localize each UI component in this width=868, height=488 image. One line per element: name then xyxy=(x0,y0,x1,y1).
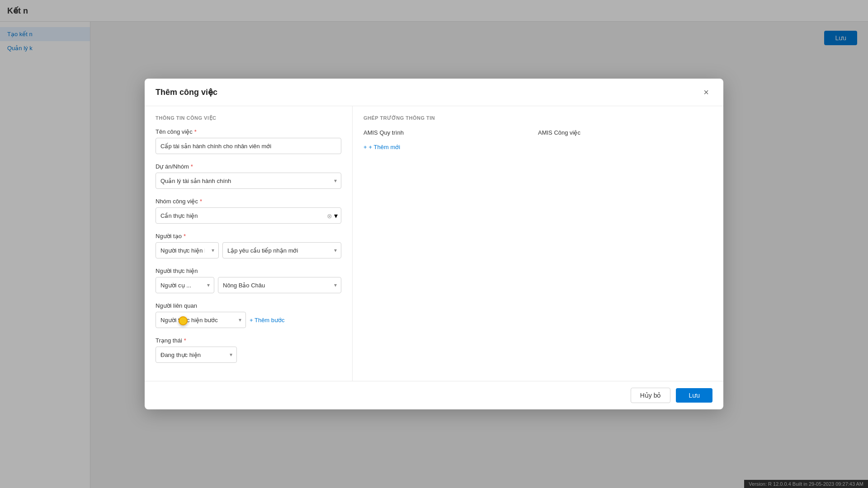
amis-cong-viec-title: AMIS Công việc xyxy=(538,129,580,136)
right-panel: GHÉP TRƯỜNG THÔNG TIN AMIS Quy trình AMI… xyxy=(353,106,723,381)
nhom-cong-viec-group: Nhóm công việc * Cần thực hiện ⊗ ▾ xyxy=(156,198,341,224)
them-moi-label: + Thêm mới xyxy=(369,144,401,150)
left-section-title: THÔNG TIN CÔNG VIỆC xyxy=(156,115,341,121)
ten-cong-viec-required: * xyxy=(194,128,197,135)
save-button[interactable]: Lưu xyxy=(676,388,712,403)
nhom-cong-viec-select-wrapper: Cần thực hiện ⊗ ▾ xyxy=(156,207,341,224)
ten-cong-viec-label: Tên công việc * xyxy=(156,128,341,135)
trang-thai-label: Trạng thái * xyxy=(156,337,341,344)
nguoi-tao-label: Người tạo * xyxy=(156,233,341,239)
left-panel: THÔNG TIN CÔNG VIỆC Tên công việc * Dự á… xyxy=(145,106,353,381)
nguoi-thuc-hien-col1-wrapper: Người cụ ... ▾ xyxy=(156,277,214,293)
cancel-button[interactable]: Hủy bỏ xyxy=(631,388,671,403)
nguoi-thuc-hien-col2-wrapper: Nông Bảo Châu ▾ xyxy=(218,277,341,293)
nhom-cong-viec-clear-icon[interactable]: ⊗ xyxy=(327,212,332,219)
them-buoc-link[interactable]: + Thêm bước xyxy=(250,317,285,324)
nguoi-lien-quan-row: Người thực hiện bước ▾ + Thêm bước xyxy=(156,312,341,328)
du-an-nhom-required: * xyxy=(191,163,193,170)
nguoi-tao-col1-wrapper: Người thực hiện bước ▾ xyxy=(156,242,219,258)
amis-quy-trinh-title: AMIS Quy trình xyxy=(363,129,404,136)
nhom-cong-viec-required: * xyxy=(200,198,202,205)
nhom-cong-viec-select[interactable]: Cần thực hiện xyxy=(156,207,341,224)
trang-thai-group: Trạng thái * Đang thực hiện ▾ xyxy=(156,337,341,363)
nguoi-lien-quan-label: Người liên quan xyxy=(156,302,341,309)
nguoi-thuc-hien-col2-select[interactable]: Nông Bảo Châu xyxy=(218,277,341,293)
nguoi-thuc-hien-col1-select[interactable]: Người cụ ... xyxy=(156,277,214,293)
modal-close-button[interactable]: × xyxy=(700,86,712,99)
modal-body: THÔNG TIN CÔNG VIỆC Tên công việc * Dự á… xyxy=(145,106,723,381)
nguoi-tao-col2-wrapper: Lập yêu cầu tiếp nhận mới ▾ xyxy=(222,242,341,258)
nguoi-lien-quan-group: Người liên quan Người thực hiện bước ▾ +… xyxy=(156,302,341,328)
du-an-nhom-select[interactable]: Quản lý tài sản hành chính xyxy=(156,173,341,189)
modal-footer: Hủy bỏ Lưu xyxy=(145,381,723,409)
them-moi-link[interactable]: + + Thêm mới xyxy=(363,144,712,150)
trang-thai-select-wrapper: Đang thực hiện ▾ xyxy=(156,347,237,363)
nguoi-lien-quan-select-wrapper: Người thực hiện bước ▾ xyxy=(156,312,246,328)
modal-title: Thêm công việc xyxy=(156,87,217,97)
nguoi-thuc-hien-group: Người thực hiện Người cụ ... ▾ Nông Bảo … xyxy=(156,267,341,293)
du-an-nhom-label: Dự án/Nhóm * xyxy=(156,163,341,170)
modal-dialog: Thêm công việc × THÔNG TIN CÔNG VIỆC Tên… xyxy=(145,79,723,409)
nguoi-tao-col2-select[interactable]: Lập yêu cầu tiếp nhận mới xyxy=(222,242,341,258)
nguoi-lien-quan-select[interactable]: Người thực hiện bước xyxy=(156,312,246,328)
nguoi-thuc-hien-label: Người thực hiện xyxy=(156,267,341,274)
nhom-cong-viec-label: Nhóm công việc * xyxy=(156,198,341,205)
nguoi-tao-required: * xyxy=(184,233,186,239)
nguoi-tao-group: Người tạo * Người thực hiện bước ▾ Lập y… xyxy=(156,233,341,258)
trang-thai-select[interactable]: Đang thực hiện xyxy=(156,347,237,363)
right-section-title: GHÉP TRƯỜNG THÔNG TIN xyxy=(363,115,712,121)
ghep-col-left: AMIS Quy trình xyxy=(363,128,538,136)
du-an-nhom-select-wrapper: Quản lý tài sản hành chính ▾ xyxy=(156,173,341,189)
trang-thai-required: * xyxy=(184,337,186,344)
modal-header: Thêm công việc × xyxy=(145,79,723,106)
them-moi-plus-icon: + xyxy=(363,144,367,150)
ten-cong-viec-input[interactable] xyxy=(156,138,341,154)
ten-cong-viec-group: Tên công việc * xyxy=(156,128,341,154)
nguoi-tao-col1-select[interactable]: Người thực hiện bước xyxy=(156,242,219,258)
ghep-col-right: AMIS Công việc xyxy=(538,128,712,136)
ghep-truong-header: AMIS Quy trình AMIS Công việc xyxy=(363,128,712,136)
nguoi-tao-row: Người thực hiện bước ▾ Lập yêu cầu tiếp … xyxy=(156,242,341,258)
nguoi-thuc-hien-row: Người cụ ... ▾ Nông Bảo Châu ▾ xyxy=(156,277,341,293)
du-an-nhom-group: Dự án/Nhóm * Quản lý tài sản hành chính … xyxy=(156,163,341,189)
